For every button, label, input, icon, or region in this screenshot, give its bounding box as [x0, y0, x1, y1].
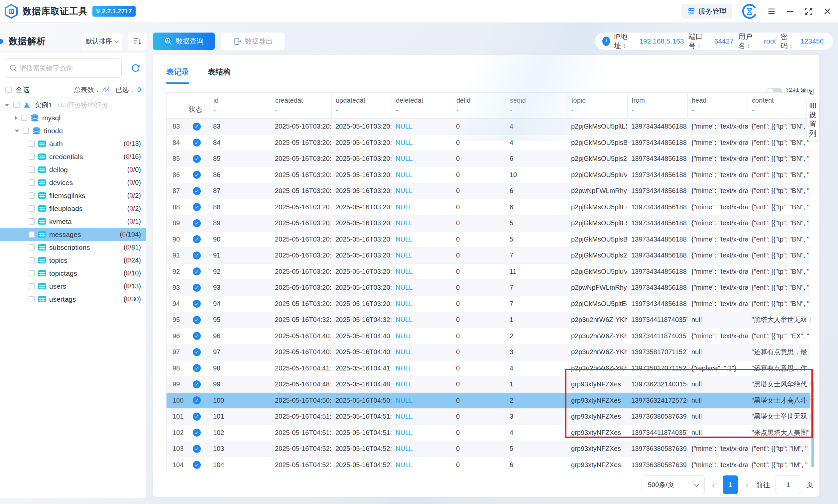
table-checkbox[interactable]	[29, 141, 35, 147]
column-filter-id[interactable]: -	[213, 107, 218, 114]
table-checkbox[interactable]	[29, 192, 35, 199]
row-number: 102	[167, 425, 185, 441]
table-checkbox[interactable]	[29, 244, 35, 251]
maximize-icon[interactable]	[804, 7, 814, 16]
instance-checkbox[interactable]	[13, 102, 20, 108]
sidebar-table-fileuploads[interactable]: fileuploads(0/2)	[0, 202, 146, 215]
prev-page-button[interactable]: ‹	[710, 480, 717, 490]
sidebar-table-dellog[interactable]: dellog(0/0)	[0, 163, 146, 176]
table-count-zero: 0	[126, 256, 129, 264]
table-row-103[interactable]: 103✓1032025-05-16T04:52:52025-05-16T04:5…	[167, 441, 810, 457]
column-filter-createdat[interactable]: -	[275, 107, 280, 114]
tab-table-structure[interactable]: 表结构	[208, 67, 231, 84]
column-label: createdat	[275, 97, 331, 104]
sidebar-table-topictags[interactable]: topictags(0/10)	[0, 267, 146, 280]
data-query-button[interactable]: 数据查询	[153, 33, 215, 50]
current-page-button[interactable]: 1	[723, 475, 738, 494]
sidebar-table-users[interactable]: users(0/13)	[0, 280, 146, 293]
status-check-icon: ✓	[193, 267, 201, 275]
column-filter-updatedat[interactable]: -	[336, 107, 341, 114]
tab-table-records[interactable]: 表记录	[166, 67, 189, 84]
table-row-96[interactable]: 96✓962025-05-16T04:40:12025-05-16T04:40:…	[167, 328, 810, 344]
tree-node-instance[interactable]: 实例1 （E:\狂热粉丝\狂热粉...）	[0, 98, 146, 111]
table-row-97[interactable]: 97✓972025-05-16T04:40:52025-05-16T04:40:…	[167, 344, 810, 360]
column-filter-head[interactable]: -	[692, 107, 696, 114]
table-checkbox[interactable]	[29, 218, 35, 224]
table-row-99[interactable]: 99✓992025-05-16T04:48:12025-05-16T04:48:…	[167, 376, 810, 393]
table-checkbox[interactable]	[29, 179, 35, 186]
column-filter-deletedat[interactable]: -	[396, 107, 401, 114]
sidebar-table-kvmeta[interactable]: kvmeta(0/1)	[0, 215, 146, 228]
minimize-icon[interactable]	[785, 7, 795, 16]
table-row-86[interactable]: 86✓862025-05-16T03:20:12025-05-16T03:20:…	[167, 167, 810, 183]
db-mysql-checkbox[interactable]	[21, 114, 27, 121]
close-icon[interactable]	[823, 7, 832, 16]
column-filter-delid[interactable]: -	[456, 107, 461, 114]
table-row-93[interactable]: 93✓932025-05-16T03:20:22025-05-16T03:20:…	[167, 280, 810, 296]
table-row-89[interactable]: 89✓892025-05-16T03:20:22025-05-16T03:20:…	[167, 215, 810, 232]
sort-direction-button[interactable]	[128, 33, 146, 50]
caret-right-icon[interactable]	[15, 115, 17, 120]
column-filter-topic[interactable]: -	[571, 107, 576, 114]
cell-createdat: 2025-05-16T03:20:2	[271, 215, 331, 231]
vertical-scrollbar[interactable]	[811, 382, 814, 467]
caret-down-icon[interactable]	[15, 130, 19, 132]
table-row-88[interactable]: 88✓882025-05-16T03:20:12025-05-16T03:20:…	[167, 199, 810, 216]
next-page-button[interactable]: ›	[743, 480, 751, 490]
table-row-91[interactable]: 91✓912025-05-16T03:20:22025-05-16T03:20:…	[167, 248, 810, 264]
session-hourglass-icon[interactable]	[741, 3, 757, 19]
sort-order-select[interactable]: 默认排序	[82, 33, 122, 50]
service-manage-button[interactable]: 服务管理	[681, 4, 732, 19]
cell-id: 102	[209, 425, 271, 441]
sidebar-table-messages[interactable]: messages(0/104)	[0, 228, 146, 241]
sidebar-table-subscriptions[interactable]: subscriptions(0/81)	[0, 241, 146, 254]
tree-node-db-mysql[interactable]: mysql	[0, 111, 146, 124]
table-row-92[interactable]: 92✓922025-05-16T03:20:22025-05-16T03:20:…	[167, 264, 810, 280]
table-checkbox[interactable]	[29, 270, 35, 276]
table-checkbox[interactable]	[29, 283, 35, 289]
column-label: deletedat	[396, 97, 452, 104]
sidebar-table-auth[interactable]: auth(0/13)	[0, 137, 146, 150]
table-row-102[interactable]: 102✓1022025-05-16T04:51:52025-05-16T04:5…	[167, 425, 810, 441]
table-row-100[interactable]: 100✓1002025-05-16T04:50:02025-05-16T04:5…	[167, 393, 810, 409]
cell-createdat: 2025-05-16T03:20:2	[271, 264, 331, 280]
table-checkbox[interactable]	[29, 231, 35, 237]
refresh-icon[interactable]	[131, 64, 140, 73]
table-checkbox[interactable]	[29, 205, 35, 212]
table-row-83[interactable]: 83✓832025-05-16T03:20:02025-05-16T03:20:…	[167, 119, 810, 135]
table-row-104[interactable]: 104✓1042025-05-16T04:52:52025-05-16T04:5…	[167, 457, 810, 473]
table-row-87[interactable]: 87✓872025-05-16T03:20:12025-05-16T03:20:…	[167, 183, 810, 199]
search-input[interactable]	[5, 58, 122, 78]
table-row-90[interactable]: 90✓902025-05-16T03:20:22025-05-16T03:20:…	[167, 232, 810, 248]
column-filter-from[interactable]: -	[632, 107, 636, 114]
tree-node-db-tinode[interactable]: tinode	[0, 124, 146, 137]
sidebar-table-filemsglinks[interactable]: filemsglinks(0/2)	[0, 189, 146, 202]
sidebar-table-topics[interactable]: topics(0/24)	[0, 254, 146, 267]
db-tinode-checkbox[interactable]	[23, 128, 29, 134]
sidebar-table-devices[interactable]: devices(0/0)	[0, 176, 146, 189]
table-row-101[interactable]: 101✓1012025-05-16T04:51:42025-05-16T04:5…	[167, 409, 810, 425]
table-checkbox[interactable]	[29, 154, 35, 160]
column-settings-tab[interactable]: 设置列	[806, 99, 819, 141]
select-all-checkbox[interactable]	[5, 87, 12, 93]
table-checkbox[interactable]	[29, 166, 35, 173]
cell-updatedat: 2025-05-16T04:52:5	[331, 441, 391, 457]
data-export-button[interactable]: 数据导出	[221, 33, 284, 50]
sidebar-table-credentials[interactable]: credentials(0/16)	[0, 150, 146, 163]
table-row-94[interactable]: 94✓942025-05-16T03:20:22025-05-16T03:20:…	[167, 296, 810, 312]
menu-icon[interactable]	[767, 7, 776, 16]
table-row-85[interactable]: 85✓852025-05-16T03:20:12025-05-16T03:20:…	[167, 151, 810, 167]
sidebar-table-usertags[interactable]: usertags(0/30)	[0, 293, 146, 306]
column-filter-content[interactable]: -	[752, 107, 756, 114]
table-checkbox[interactable]	[29, 257, 35, 264]
table-row-98[interactable]: 98✓982025-05-16T04:41:12025-05-16T04:41:…	[167, 360, 810, 377]
caret-down-icon[interactable]	[5, 104, 9, 106]
table-row-95[interactable]: 95✓952025-05-16T04:32:12025-05-16T04:32:…	[167, 312, 810, 328]
page-size-select[interactable]: 500条/页	[642, 475, 705, 494]
table-checkbox[interactable]	[29, 296, 35, 302]
cell-seqid: 4	[506, 135, 567, 151]
goto-page-input[interactable]	[775, 475, 801, 494]
table-row-84[interactable]: 84✓842025-05-16T03:20:12025-05-16T03:20:…	[167, 135, 810, 151]
column-filter-seqid[interactable]: -	[510, 107, 514, 114]
table-name: topictags	[49, 269, 77, 277]
